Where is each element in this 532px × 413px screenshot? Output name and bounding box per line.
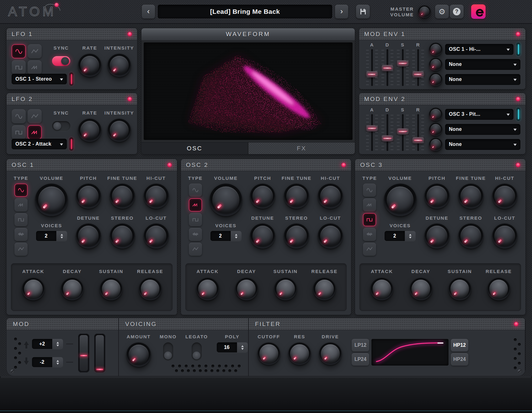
pitch-knob[interactable] [250, 184, 275, 209]
stepper-arrows-icon[interactable] [52, 339, 63, 349]
settings-button[interactable] [435, 5, 449, 19]
intensity-knob[interactable] [108, 54, 131, 77]
square-wave-button[interactable] [363, 213, 376, 226]
detune-knob[interactable] [76, 223, 101, 249]
filter-mode-lp24[interactable]: LP24 [352, 353, 369, 366]
lo-cut-knob[interactable] [318, 223, 343, 249]
env-amount-slider[interactable] [516, 43, 520, 56]
amount-knob[interactable] [126, 342, 151, 367]
stepper-arrows-icon[interactable] [405, 231, 416, 241]
mod-wheel[interactable] [94, 334, 105, 373]
env-target-dropdown[interactable]: None [445, 139, 520, 150]
rate-knob[interactable] [78, 54, 101, 77]
sine-wave-button[interactable] [12, 44, 26, 58]
master-volume-knob[interactable] [418, 5, 431, 18]
lfo-target-dropdown[interactable]: OSC 1 - Stereo [12, 74, 67, 84]
env-mod-amount-knob[interactable] [429, 123, 442, 136]
volume-knob[interactable] [35, 184, 68, 216]
filter-mode-lp12[interactable]: LP12 [352, 339, 369, 351]
env-r-slider[interactable] [412, 114, 424, 152]
detune-knob[interactable] [250, 223, 275, 249]
env-target-dropdown[interactable]: None [445, 124, 520, 135]
release-knob[interactable] [313, 278, 336, 300]
decay-knob[interactable] [61, 278, 83, 300]
lfo-target-dropdown[interactable]: OSC 2 - Attack [12, 139, 67, 149]
hi-cut-knob[interactable] [144, 184, 169, 209]
cutoff-knob[interactable] [258, 342, 280, 365]
attack-knob[interactable] [22, 278, 45, 300]
lo-cut-knob[interactable] [492, 223, 517, 249]
pitch-wheel[interactable] [78, 334, 89, 373]
preset-next-button[interactable]: › [335, 5, 348, 19]
stepper-arrows-icon[interactable] [56, 231, 67, 241]
tab-osc[interactable]: OSC [141, 142, 248, 154]
stepper-arrows-icon[interactable] [52, 357, 63, 367]
saw-wave-button[interactable] [189, 198, 202, 212]
sustain-knob[interactable] [274, 278, 297, 300]
env-mod-amount-knob[interactable] [429, 73, 442, 86]
noise-wave-button[interactable] [363, 228, 376, 241]
env-s-slider[interactable] [397, 49, 409, 87]
poly-stepper[interactable]: 16 [217, 342, 248, 352]
sine-wave-button[interactable] [12, 109, 26, 123]
env-r-slider[interactable] [412, 49, 424, 87]
voices-stepper[interactable]: 2 [210, 231, 242, 241]
triangle-wave-button[interactable] [28, 44, 42, 58]
fine-tune-knob[interactable] [284, 184, 309, 209]
volume-knob[interactable] [210, 184, 242, 216]
sine-wave-button[interactable] [14, 184, 28, 197]
attack-knob[interactable] [196, 278, 219, 300]
triangle-wave-button[interactable] [363, 243, 376, 256]
lo-cut-knob[interactable] [144, 223, 169, 249]
sync-toggle[interactable] [52, 121, 70, 131]
env-target-dropdown[interactable]: OSC 1 - Hi-... [445, 44, 513, 55]
decay-knob[interactable] [410, 278, 432, 300]
saw-wave-button[interactable] [14, 198, 28, 212]
release-knob[interactable] [487, 278, 510, 300]
slider-handle[interactable] [397, 60, 408, 67]
env-target-dropdown[interactable]: None [445, 74, 520, 85]
slider-handle[interactable] [366, 71, 378, 78]
tab-fx[interactable]: FX [248, 142, 355, 154]
env-mod-amount-knob[interactable] [429, 108, 442, 121]
lfo-amount-slider[interactable] [69, 72, 73, 86]
env-a-slider[interactable] [366, 49, 378, 87]
triangle-wave-button[interactable] [189, 243, 202, 256]
hi-cut-knob[interactable] [492, 184, 517, 209]
env-a-slider[interactable] [366, 114, 378, 152]
release-knob[interactable] [139, 278, 162, 300]
legato-toggle[interactable] [192, 342, 202, 361]
saw-wave-button[interactable] [363, 198, 376, 212]
lfo-amount-slider[interactable] [69, 137, 73, 151]
env-d-slider[interactable] [381, 114, 393, 152]
help-button[interactable]: ? [450, 5, 464, 19]
triangle-wave-button[interactable] [14, 243, 28, 256]
save-preset-button[interactable] [356, 5, 370, 19]
preset-display[interactable]: [Lead] Bring Me Back [158, 5, 332, 19]
volume-knob[interactable] [384, 184, 417, 216]
env-s-slider[interactable] [397, 114, 409, 152]
company-logo[interactable] [471, 4, 486, 19]
pitch-knob[interactable] [76, 184, 101, 209]
detune-knob[interactable] [424, 223, 450, 249]
res-knob[interactable] [288, 342, 311, 365]
sine-wave-button[interactable] [363, 184, 376, 197]
intensity-knob[interactable] [108, 119, 131, 142]
sustain-knob[interactable] [100, 278, 122, 300]
env-d-slider[interactable] [381, 49, 393, 87]
triangle-wave-button[interactable] [28, 109, 42, 123]
stepper-arrows-icon[interactable] [231, 231, 242, 241]
voices-stepper[interactable]: 2 [36, 231, 67, 241]
stereo-knob[interactable] [110, 223, 135, 249]
attack-knob[interactable] [370, 278, 393, 300]
env-mod-amount-knob[interactable] [429, 43, 442, 56]
bend-up-stepper[interactable]: +2 [32, 339, 63, 349]
stereo-knob[interactable] [284, 223, 309, 249]
noise-wave-button[interactable] [14, 228, 28, 241]
stepper-arrows-icon[interactable] [237, 342, 248, 352]
sine-wave-button[interactable] [189, 184, 202, 197]
voices-stepper[interactable]: 2 [385, 231, 416, 241]
fine-tune-knob[interactable] [110, 184, 135, 209]
pitch-knob[interactable] [424, 184, 450, 209]
slider-handle[interactable] [412, 71, 424, 78]
